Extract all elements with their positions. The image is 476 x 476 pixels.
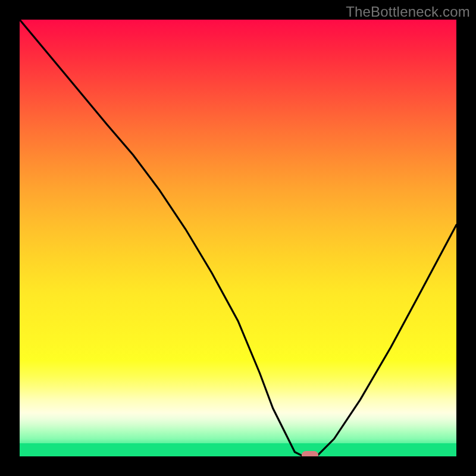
- optimal-marker: [302, 451, 318, 456]
- bottleneck-curve-path: [20, 20, 456, 456]
- chart-frame: TheBottleneck.com: [0, 0, 476, 476]
- curve-svg: [20, 20, 456, 456]
- plot-area: [20, 20, 456, 456]
- watermark-text: TheBottleneck.com: [346, 4, 470, 20]
